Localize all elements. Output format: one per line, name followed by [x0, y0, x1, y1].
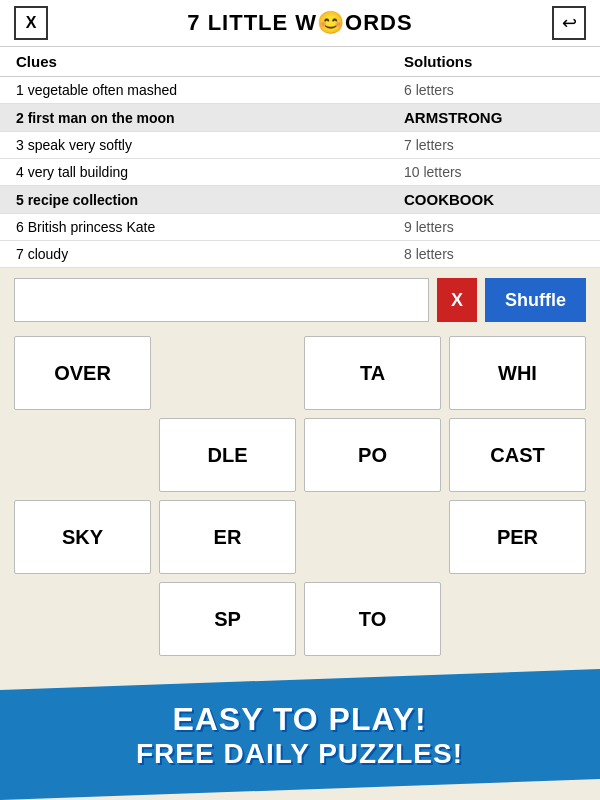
tile-over[interactable]: OVER [14, 336, 151, 410]
clue-text-7: 7 cloudy [16, 246, 404, 262]
clue-row-4[interactable]: 4 very tall building10 letters [0, 159, 600, 186]
tile-sp[interactable]: SP [159, 582, 296, 656]
header: X 7 Little W😊ords ↩ [0, 0, 600, 47]
clue-text-3: 3 speak very softly [16, 137, 404, 153]
app-title: 7 Little W😊ords [187, 10, 412, 36]
tile-empty-4 [14, 418, 151, 492]
solution-text-2: ARMSTRONG [404, 109, 584, 126]
banner-line1: EASY TO PLAY! [136, 700, 463, 737]
tile-empty-15 [449, 582, 586, 656]
undo-button[interactable]: ↩ [552, 6, 586, 40]
clue-row-6[interactable]: 6 British princess Kate9 letters [0, 214, 600, 241]
input-area: X Shuffle [0, 268, 600, 332]
tile-to[interactable]: TO [304, 582, 441, 656]
clue-text-2: 2 first man on the moon [16, 110, 404, 126]
tile-whi[interactable]: WHI [449, 336, 586, 410]
page-wrapper: X 7 Little W😊ords ↩ Clues Solutions 1 ve… [0, 0, 600, 800]
solution-text-6: 9 letters [404, 219, 584, 235]
clue-row-3[interactable]: 3 speak very softly7 letters [0, 132, 600, 159]
solution-text-5: COOKBOOK [404, 191, 584, 208]
promo-banner: EASY TO PLAY! FREE DAILY PUZZLES! [0, 669, 600, 800]
tile-cast[interactable]: CAST [449, 418, 586, 492]
tile-sky[interactable]: SKY [14, 500, 151, 574]
banner-content: EASY TO PLAY! FREE DAILY PUZZLES! [136, 700, 463, 769]
solutions-header-label: Solutions [404, 53, 584, 70]
clue-row-7[interactable]: 7 cloudy8 letters [0, 241, 600, 268]
solution-text-3: 7 letters [404, 137, 584, 153]
answer-input[interactable] [14, 278, 429, 322]
clear-button[interactable]: X [437, 278, 477, 322]
tiles-grid: OVERTAWHIDLEPOCASTSKYERPERSPTO [0, 332, 600, 660]
clues-header-label: Clues [16, 53, 404, 70]
shuffle-button[interactable]: Shuffle [485, 278, 586, 322]
tile-ta[interactable]: TA [304, 336, 441, 410]
solution-text-7: 8 letters [404, 246, 584, 262]
tile-empty-10 [304, 500, 441, 574]
solution-text-4: 10 letters [404, 164, 584, 180]
clue-text-1: 1 vegetable often mashed [16, 82, 404, 98]
clue-row-2[interactable]: 2 first man on the moonARMSTRONG [0, 104, 600, 132]
clues-header-row: Clues Solutions [0, 47, 600, 77]
tile-po[interactable]: PO [304, 418, 441, 492]
clue-rows-container: 1 vegetable often mashed6 letters2 first… [0, 77, 600, 268]
tile-dle[interactable]: DLE [159, 418, 296, 492]
clue-text-5: 5 recipe collection [16, 192, 404, 208]
clue-text-6: 6 British princess Kate [16, 219, 404, 235]
tile-empty-12 [14, 582, 151, 656]
solution-text-1: 6 letters [404, 82, 584, 98]
clues-section: Clues Solutions [0, 47, 600, 77]
tile-er[interactable]: ER [159, 500, 296, 574]
banner-line2: FREE DAILY PUZZLES! [136, 737, 463, 769]
clue-row-5[interactable]: 5 recipe collectionCOOKBOOK [0, 186, 600, 214]
tile-per[interactable]: PER [449, 500, 586, 574]
clue-text-4: 4 very tall building [16, 164, 404, 180]
close-button[interactable]: X [14, 6, 48, 40]
tile-empty-1 [159, 336, 296, 410]
clue-row-1[interactable]: 1 vegetable often mashed6 letters [0, 77, 600, 104]
